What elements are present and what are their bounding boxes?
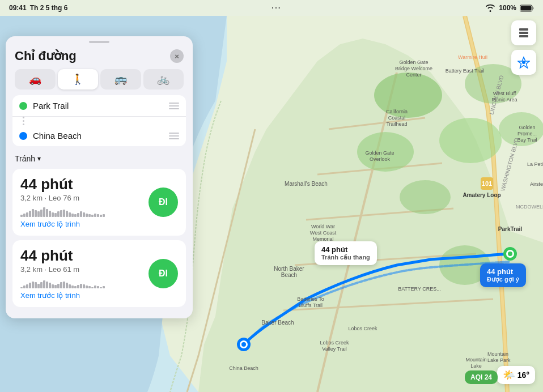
panel-header: Chỉ đường × bbox=[6, 43, 193, 67]
callout1-time: 44 phút bbox=[321, 245, 370, 254]
svg-text:Beach: Beach bbox=[281, 272, 297, 278]
avoid-row: Tránh ▾ bbox=[6, 151, 193, 169]
route-callout-1: 44 phút Tránh cầu thang bbox=[315, 241, 377, 265]
status-right: 100% bbox=[485, 4, 534, 12]
route1-go-button[interactable]: ĐI bbox=[149, 188, 178, 217]
tab-walk[interactable]: 🚶 bbox=[58, 69, 99, 90]
svg-text:Prome...: Prome... bbox=[517, 131, 537, 137]
tab-bike[interactable]: 🚲 bbox=[143, 69, 184, 90]
wifi-icon bbox=[485, 4, 495, 12]
svg-text:Center: Center bbox=[406, 72, 421, 78]
callout2-time: 44 phút bbox=[487, 267, 519, 276]
chevron-down-icon: ▾ bbox=[37, 155, 41, 163]
svg-text:Lake Park: Lake Park bbox=[487, 357, 511, 363]
close-button[interactable]: × bbox=[170, 49, 184, 63]
svg-text:Marshall's Beach: Marshall's Beach bbox=[285, 181, 328, 187]
svg-point-8 bbox=[439, 118, 502, 163]
svg-text:World War: World War bbox=[311, 224, 335, 229]
svg-text:Golden Gate: Golden Gate bbox=[365, 150, 394, 156]
svg-text:Valley Trail: Valley Trail bbox=[322, 346, 346, 352]
svg-text:Bay Trail: Bay Trail bbox=[517, 137, 537, 143]
from-label: Park Trail bbox=[33, 101, 163, 110]
location-icon bbox=[517, 56, 530, 69]
to-dot bbox=[19, 132, 27, 140]
route-connector bbox=[12, 117, 186, 125]
map-layers-button[interactable] bbox=[511, 20, 536, 45]
route-option-2: 44 phút 3,2 km · Leo 61 m Xem trước lộ t… bbox=[12, 240, 186, 307]
weather-icon: 🌤️ bbox=[503, 369, 515, 381]
panel-title: Chỉ đường bbox=[15, 49, 77, 63]
svg-text:Batteries To: Batteries To bbox=[297, 296, 324, 302]
svg-text:Lobos Creek: Lobos Creek bbox=[348, 326, 377, 331]
weather-temp: 16° bbox=[517, 370, 529, 380]
route-to: China Beach bbox=[12, 125, 186, 146]
svg-text:Airste...: Airste... bbox=[530, 181, 543, 187]
status-left: 09:41 Th 2 5 thg 6 bbox=[9, 4, 67, 12]
tab-transit[interactable]: 🚌 bbox=[100, 69, 141, 90]
svg-text:Baker Beach: Baker Beach bbox=[261, 319, 294, 326]
date-display: Th 2 5 thg 6 bbox=[30, 4, 68, 12]
svg-point-63 bbox=[522, 61, 525, 64]
svg-text:Bluffs Trail: Bluffs Trail bbox=[299, 302, 323, 308]
route-option-1: 44 phút 3,2 km · Leo 76 m Xem trước lộ t… bbox=[12, 169, 186, 236]
svg-text:La Petite Balein: La Petite Balein bbox=[527, 161, 543, 167]
layers-icon bbox=[517, 27, 530, 39]
svg-text:Golden Gate: Golden Gate bbox=[399, 59, 428, 65]
transport-tabs: 🚗 🚶 🚌 🚲 bbox=[6, 67, 193, 95]
map-area[interactable]: Golden Gate Bridge Welcome Center Batter… bbox=[0, 16, 543, 392]
location-button[interactable] bbox=[511, 50, 536, 75]
svg-rect-61 bbox=[519, 32, 528, 34]
svg-rect-60 bbox=[519, 28, 528, 31]
svg-text:Bridge Welcome: Bridge Welcome bbox=[395, 66, 432, 71]
svg-text:ParkTrail: ParkTrail bbox=[498, 226, 522, 232]
from-dot bbox=[19, 102, 27, 110]
svg-point-5 bbox=[374, 73, 442, 118]
svg-text:Battery East Trail: Battery East Trail bbox=[446, 68, 485, 74]
battery-icon bbox=[520, 5, 534, 12]
svg-text:101: 101 bbox=[482, 180, 492, 187]
svg-text:Lobos Creek: Lobos Creek bbox=[320, 340, 349, 346]
car-icon: 🚗 bbox=[29, 73, 41, 86]
aqi-badge: AQI 24 bbox=[465, 370, 498, 384]
svg-text:Coastal: Coastal bbox=[388, 115, 406, 121]
avoid-label: Tránh bbox=[15, 154, 35, 163]
svg-text:BATTERY CRES...: BATTERY CRES... bbox=[398, 286, 441, 292]
svg-text:MCDOWELL ST: MCDOWELL ST bbox=[516, 204, 543, 210]
svg-text:China Beach: China Beach bbox=[229, 365, 258, 371]
svg-point-7 bbox=[400, 180, 451, 214]
bike-icon: 🚲 bbox=[157, 73, 169, 86]
transit-icon: 🚌 bbox=[114, 73, 127, 86]
svg-rect-62 bbox=[519, 35, 528, 37]
to-drag[interactable] bbox=[169, 133, 179, 139]
route-from: Park Trail bbox=[12, 95, 186, 117]
route2-go-button[interactable]: ĐI bbox=[149, 259, 178, 288]
svg-text:California: California bbox=[386, 109, 408, 114]
route1-preview-link[interactable]: Xem trước lộ trình bbox=[20, 220, 80, 228]
battery-display: 100% bbox=[499, 4, 516, 12]
svg-rect-1 bbox=[520, 6, 531, 10]
route-points: Park Trail China Beach bbox=[12, 95, 186, 146]
directions-panel: Chỉ đường × 🚗 🚶 🚌 🚲 Park Trail bbox=[6, 36, 193, 318]
weather-badge: 🌤️ 16° bbox=[497, 366, 535, 384]
svg-text:Warmire Hui!: Warmire Hui! bbox=[458, 54, 487, 60]
svg-text:North Baker: North Baker bbox=[274, 266, 304, 272]
tab-car[interactable]: 🚗 bbox=[15, 69, 56, 90]
walk-icon: 🚶 bbox=[71, 73, 84, 86]
status-center: ··· bbox=[272, 3, 282, 12]
avoid-button[interactable]: Tránh ▾ bbox=[15, 154, 41, 163]
callout1-detail: Tránh cầu thang bbox=[321, 254, 370, 261]
svg-text:Golden: Golden bbox=[519, 125, 535, 130]
aqi-label: AQI 24 bbox=[470, 373, 492, 381]
route-callout-2: 44 phút Được gợi ý bbox=[480, 263, 526, 287]
route2-preview-link[interactable]: Xem trước lộ trình bbox=[20, 291, 80, 300]
svg-text:Overlook: Overlook bbox=[370, 156, 391, 162]
svg-point-17 bbox=[508, 252, 512, 256]
from-drag[interactable] bbox=[169, 103, 179, 109]
time-display: 09:41 bbox=[9, 4, 27, 12]
to-label: China Beach bbox=[33, 131, 163, 140]
callout2-detail: Được gợi ý bbox=[487, 276, 519, 283]
svg-text:Lake: Lake bbox=[470, 363, 482, 369]
svg-text:Amatery Loop: Amatery Loop bbox=[463, 192, 500, 198]
status-bar: 09:41 Th 2 5 thg 6 ··· 100% bbox=[0, 0, 543, 16]
dots-menu: ··· bbox=[272, 3, 282, 12]
